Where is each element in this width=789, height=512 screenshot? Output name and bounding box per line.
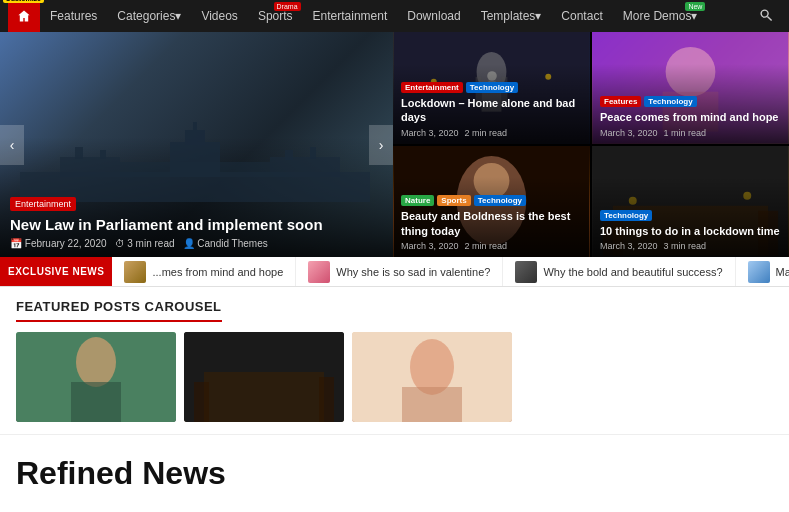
hero-card-1[interactable]: Entertainment Technology Lockdown – Home… bbox=[393, 32, 590, 144]
svg-line-1 bbox=[767, 16, 771, 20]
hero-right-grid: Entertainment Technology Lockdown – Home… bbox=[393, 32, 789, 257]
ticker-item-1[interactable]: ...mes from mind and hope bbox=[112, 257, 296, 287]
svg-point-31 bbox=[743, 191, 751, 199]
nav-contact[interactable]: Contact bbox=[551, 0, 612, 32]
svg-rect-6 bbox=[60, 157, 120, 177]
more-demos-badge: New bbox=[685, 2, 705, 11]
svg-point-40 bbox=[410, 339, 454, 395]
hero-section: ‹ › Entertainment New Law in Parliament … bbox=[0, 32, 789, 257]
hero-card-4-tags: Technology bbox=[600, 210, 781, 221]
hero-card-1-tags: Entertainment Technology bbox=[401, 82, 582, 93]
nav-items: Features Categories ▾ Videos Sports Dram… bbox=[40, 0, 751, 32]
tag-technology-2: Technology bbox=[644, 96, 696, 107]
hero-card-4[interactable]: Technology 10 things to do in a lockdown… bbox=[592, 146, 789, 258]
hero-main-meta: 📅 February 22, 2020 ⏱ 3 min read 👤 Candi… bbox=[10, 238, 383, 249]
hero-card-4-meta: March 3, 2020 3 min read bbox=[600, 241, 781, 251]
nav-download[interactable]: Download bbox=[397, 0, 470, 32]
ticker-content: ...mes from mind and hope Why she is so … bbox=[112, 257, 789, 287]
card4-readtime: 3 min read bbox=[664, 241, 707, 251]
hero-card-1-content: Entertainment Technology Lockdown – Home… bbox=[401, 82, 582, 138]
hero-card-1-title: Lockdown – Home alone and bad days bbox=[401, 96, 582, 125]
nav-entertainment[interactable]: Entertainment bbox=[303, 0, 398, 32]
card2-readtime: 1 min read bbox=[664, 128, 707, 138]
hero-card-2-title: Peace comes from mind and hope bbox=[600, 110, 781, 124]
nav-videos[interactable]: Videos bbox=[191, 0, 247, 32]
hero-card-3-content: Nature Sports Technology Beauty and Bold… bbox=[401, 195, 582, 251]
ticker-item-3[interactable]: Why the bold and beautiful success? bbox=[503, 257, 735, 287]
hero-card-2[interactable]: Features Technology Peace comes from min… bbox=[592, 32, 789, 144]
hero-card-3-title: Beauty and Boldness is the best thing to… bbox=[401, 209, 582, 238]
ticker-item-4[interactable]: Markup: Image Alignment in themes bbox=[736, 257, 789, 287]
search-button[interactable] bbox=[751, 8, 781, 25]
svg-rect-38 bbox=[319, 377, 334, 422]
tag-features: Features bbox=[600, 96, 641, 107]
hero-main-article[interactable]: ‹ › Entertainment New Law in Parliament … bbox=[0, 32, 393, 257]
svg-rect-11 bbox=[310, 147, 316, 159]
hero-next-button[interactable]: › bbox=[369, 125, 393, 165]
hero-main-content: Entertainment New Law in Parliament and … bbox=[10, 195, 383, 250]
hero-card-2-tags: Features Technology bbox=[600, 96, 781, 107]
ticker-text-3: Why the bold and beautiful success? bbox=[543, 266, 722, 278]
home-button[interactable]: Customize bbox=[8, 0, 40, 32]
ticker-thumb-3 bbox=[515, 261, 537, 283]
carousel-card-1[interactable] bbox=[16, 332, 176, 422]
svg-rect-4 bbox=[185, 130, 205, 145]
hero-card-4-content: Technology 10 things to do in a lockdown… bbox=[600, 210, 781, 251]
svg-point-30 bbox=[629, 196, 637, 204]
nav-sports[interactable]: Sports Drama bbox=[248, 0, 303, 32]
nav-templates[interactable]: Templates ▾ bbox=[471, 0, 552, 32]
hero-main-tag: Entertainment bbox=[10, 197, 76, 211]
nav-more-demos[interactable]: More Demos ▾ New bbox=[613, 0, 708, 32]
svg-rect-8 bbox=[75, 147, 83, 159]
tag-nature: Nature bbox=[401, 195, 434, 206]
ticker-text-1: ...mes from mind and hope bbox=[152, 266, 283, 278]
navigation: Customize Features Categories ▾ Videos S… bbox=[0, 0, 789, 32]
hero-card-2-meta: March 3, 2020 1 min read bbox=[600, 128, 781, 138]
ticker-thumb-4 bbox=[748, 261, 770, 283]
hero-main-date: 📅 February 22, 2020 bbox=[10, 238, 107, 249]
svg-rect-36 bbox=[204, 372, 324, 422]
hero-prev-button[interactable]: ‹ bbox=[0, 125, 24, 165]
hero-card-2-content: Features Technology Peace comes from min… bbox=[600, 96, 781, 137]
svg-rect-9 bbox=[100, 150, 106, 159]
hero-main-readtime: ⏱ 3 min read bbox=[115, 238, 175, 249]
svg-rect-5 bbox=[193, 122, 197, 132]
hero-main-author: 👤 Candid Themes bbox=[183, 238, 268, 249]
card2-date: March 3, 2020 bbox=[600, 128, 658, 138]
svg-rect-37 bbox=[194, 382, 209, 422]
carousel-card-1-image bbox=[16, 332, 176, 422]
carousel-card-2-image bbox=[184, 332, 344, 422]
carousel-strip bbox=[16, 332, 773, 422]
tag-technology: Technology bbox=[466, 82, 518, 93]
ticker-item-2[interactable]: Why she is so sad in valentine? bbox=[296, 257, 503, 287]
svg-point-21 bbox=[666, 47, 716, 97]
svg-point-0 bbox=[761, 10, 768, 17]
svg-point-25 bbox=[474, 162, 510, 198]
card3-date: March 3, 2020 bbox=[401, 241, 459, 251]
sports-badge: Drama bbox=[274, 2, 301, 11]
ticker-thumb-1 bbox=[124, 261, 146, 283]
tag-technology-3: Technology bbox=[474, 195, 526, 206]
hero-card-3[interactable]: Nature Sports Technology Beauty and Bold… bbox=[393, 146, 590, 258]
featured-section-title: FEATURED POSTS CAROUSEL bbox=[16, 299, 222, 322]
ticker-thumb-2 bbox=[308, 261, 330, 283]
svg-rect-34 bbox=[71, 382, 121, 422]
card3-readtime: 2 min read bbox=[465, 241, 508, 251]
ticker-bar: EXCLUSIVE NEWS ...mes from mind and hope… bbox=[0, 257, 789, 287]
nav-categories[interactable]: Categories ▾ bbox=[107, 0, 191, 32]
card4-date: March 3, 2020 bbox=[600, 241, 658, 251]
card1-readtime: 2 min read bbox=[465, 128, 508, 138]
carousel-card-3[interactable] bbox=[352, 332, 512, 422]
svg-rect-10 bbox=[285, 150, 293, 160]
tag-technology-4: Technology bbox=[600, 210, 652, 221]
nav-features[interactable]: Features bbox=[40, 0, 107, 32]
hero-card-4-title: 10 things to do in a lockdown time bbox=[600, 224, 781, 238]
refined-news-section: Refined News bbox=[0, 435, 789, 512]
ticker-label: EXCLUSIVE NEWS bbox=[0, 257, 112, 286]
svg-point-19 bbox=[545, 74, 551, 80]
carousel-card-2[interactable] bbox=[184, 332, 344, 422]
hero-card-3-tags: Nature Sports Technology bbox=[401, 195, 582, 206]
customize-badge: Customize bbox=[3, 0, 44, 3]
carousel-card-3-image bbox=[352, 332, 512, 422]
svg-point-33 bbox=[76, 337, 116, 387]
